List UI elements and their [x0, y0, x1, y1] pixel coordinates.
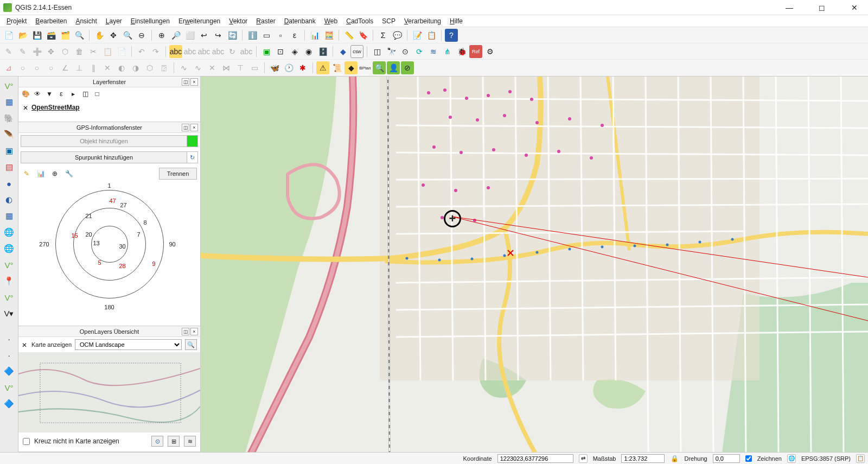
- zoom-last-icon[interactable]: ↩: [197, 29, 210, 42]
- deselect-icon[interactable]: ▫: [274, 29, 287, 42]
- save-as-icon[interactable]: 🗃️: [44, 29, 58, 42]
- zoom-out-icon[interactable]: ⊖: [135, 29, 148, 42]
- dim-2-icon[interactable]: ·: [2, 348, 16, 362]
- plugin-3-icon[interactable]: ◉: [302, 45, 315, 58]
- map-tips-icon[interactable]: 💬: [391, 29, 404, 42]
- crs-icon[interactable]: 🌐: [787, 454, 796, 463]
- csw-icon[interactable]: csw: [350, 45, 363, 58]
- print-composer-icon[interactable]: 🗂️: [59, 29, 72, 42]
- layer-expression-icon[interactable]: ε: [56, 89, 66, 99]
- select-features-icon[interactable]: ▭: [260, 29, 273, 42]
- maximize-button[interactable]: ◻: [812, 1, 832, 14]
- clock-icon[interactable]: 🕐: [282, 61, 295, 74]
- reload-icon[interactable]: ⟳: [413, 45, 426, 58]
- layer-item-checkbox[interactable]: ✕: [23, 104, 29, 111]
- cad-5-icon[interactable]: ∠: [59, 61, 72, 74]
- stats-icon[interactable]: Σ: [376, 29, 390, 42]
- gps-bars-icon[interactable]: 📊: [36, 169, 46, 179]
- zoom-layer-icon[interactable]: 🔎: [169, 29, 182, 42]
- map-canvas[interactable]: +: [201, 77, 868, 452]
- gps-disconnect-button[interactable]: Trennen: [159, 168, 197, 180]
- green-zoom-icon[interactable]: 🔍: [373, 61, 386, 74]
- red-star-icon[interactable]: ✱: [296, 61, 309, 74]
- spline-2-icon[interactable]: ∿: [192, 61, 205, 74]
- label-move-icon[interactable]: abc: [212, 45, 225, 58]
- menu-hilfe[interactable]: Hilfe: [445, 16, 467, 26]
- gps-polar-icon[interactable]: ⊕: [50, 169, 60, 179]
- cad-7-icon[interactable]: ∥: [87, 61, 100, 74]
- cad-8-icon[interactable]: ✕: [101, 61, 114, 74]
- overview-canvas[interactable]: [18, 352, 200, 433]
- measure-icon[interactable]: 📏: [342, 29, 355, 42]
- help-icon[interactable]: ?: [445, 29, 458, 42]
- menu-raster[interactable]: Raster: [252, 16, 279, 26]
- plugin-green-icon[interactable]: ▣: [260, 45, 273, 58]
- add-wms-icon[interactable]: ●: [2, 176, 16, 190]
- label-change-icon[interactable]: abc: [240, 45, 253, 58]
- blue-tool-icon[interactable]: 🔷: [2, 364, 16, 378]
- open-table-icon[interactable]: 📊: [308, 29, 321, 42]
- overview-hide-cross-checkbox[interactable]: [23, 438, 30, 445]
- add-gpx-icon[interactable]: 🌐: [2, 241, 16, 256]
- menu-ansicht[interactable]: Ansicht: [71, 16, 101, 26]
- coord-input[interactable]: [497, 454, 573, 463]
- ladybug-icon[interactable]: 🐞: [455, 45, 468, 58]
- cad-11-icon[interactable]: ⬡: [143, 61, 156, 74]
- menu-vektor[interactable]: Vektor: [225, 16, 252, 26]
- scale-lock-icon[interactable]: 🔒: [670, 454, 679, 463]
- spline-5-icon[interactable]: ⊤: [234, 61, 247, 74]
- cad-2-icon[interactable]: ○: [16, 61, 29, 74]
- dim-1-icon[interactable]: ·: [2, 332, 16, 346]
- edit-toggle-icon[interactable]: ✎: [2, 45, 15, 58]
- layer-item-osm[interactable]: ✕ OpenStreetMap: [22, 103, 197, 112]
- add-wfs-icon[interactable]: ▦: [2, 209, 16, 223]
- plugin-2-icon[interactable]: ◈: [288, 45, 301, 58]
- zoom-full-icon[interactable]: ⊕: [155, 29, 168, 42]
- new-shapefile-icon[interactable]: 📍: [2, 274, 16, 288]
- spline-4-icon[interactable]: ⋈: [220, 61, 233, 74]
- bplan-icon[interactable]: BPlan: [359, 61, 372, 74]
- menu-layer[interactable]: Layer: [101, 16, 126, 26]
- gps-color-indicator[interactable]: [187, 135, 198, 147]
- zoom-selection-icon[interactable]: ⬜: [183, 29, 196, 42]
- new-spatialite-icon[interactable]: V▾: [2, 307, 16, 321]
- identify-icon[interactable]: ℹ️: [246, 29, 259, 42]
- hazard2-icon[interactable]: ◆: [344, 61, 358, 74]
- close-button[interactable]: ✕: [844, 1, 865, 14]
- overview-show-checkbox[interactable]: ✕: [22, 341, 28, 348]
- rotation-input[interactable]: [713, 454, 740, 463]
- node-tool-icon[interactable]: ⬡: [59, 45, 72, 58]
- green-no-icon[interactable]: ⊘: [401, 61, 414, 74]
- menu-scp[interactable]: SCP: [378, 16, 400, 26]
- panel-gps-undock-icon[interactable]: ◫: [182, 124, 189, 131]
- menu-verarbeitung[interactable]: Verarbeitung: [400, 16, 445, 26]
- python-icon[interactable]: ≋: [427, 45, 440, 58]
- menu-einstellungen[interactable]: Einstellungen: [126, 16, 174, 26]
- search-icon[interactable]: 🔭: [385, 45, 398, 58]
- gps-add-trackpoint-button[interactable]: Spurpunkt hinzufügen: [21, 151, 187, 163]
- layer-remove-icon[interactable]: □: [92, 89, 102, 99]
- layer-expand-icon[interactable]: ▸: [68, 89, 78, 99]
- minimize-button[interactable]: —: [779, 1, 800, 14]
- cad-1-icon[interactable]: ⊿: [2, 61, 15, 74]
- green-person-icon[interactable]: 👤: [387, 61, 400, 74]
- move-feature-icon[interactable]: ✥: [44, 45, 58, 58]
- cad-6-icon[interactable]: ⊥: [73, 61, 86, 74]
- add-vector-icon[interactable]: V°: [2, 79, 16, 93]
- add-spatialite-icon[interactable]: 🪶: [2, 128, 16, 142]
- panel-gps-close-icon[interactable]: ×: [190, 124, 198, 131]
- panel-overview-undock-icon[interactable]: ◫: [182, 328, 189, 335]
- cad-3-icon[interactable]: ○: [30, 61, 43, 74]
- gps-refresh-button[interactable]: ↻: [187, 151, 198, 163]
- undo-icon[interactable]: ↶: [135, 45, 148, 58]
- redo-icon[interactable]: ↷: [149, 45, 162, 58]
- script-icon[interactable]: 📜: [330, 61, 343, 74]
- layer-style-icon[interactable]: 🎨: [21, 89, 30, 99]
- copy-icon[interactable]: 📋: [101, 45, 114, 58]
- log-icon[interactable]: 📋: [856, 454, 865, 463]
- new-project-icon[interactable]: 📄: [2, 29, 15, 42]
- open-project-icon[interactable]: 📂: [16, 29, 29, 42]
- gps-settings-icon[interactable]: 🔧: [64, 169, 74, 179]
- text-annotation-icon[interactable]: 📝: [411, 29, 424, 42]
- processing-icon[interactable]: ⚙: [483, 45, 496, 58]
